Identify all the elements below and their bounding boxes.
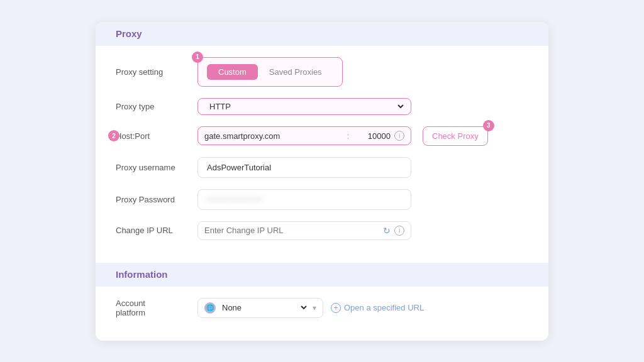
account-platform-select[interactable]: None bbox=[219, 302, 309, 313]
account-platform-control: 🌐 None ▾ + Open a specified URL bbox=[197, 298, 528, 318]
info-icon[interactable]: i bbox=[394, 131, 404, 141]
change-ip-label: Change IP URL bbox=[116, 226, 197, 235]
proxy-password-blurred: •••••••••••••••• bbox=[207, 195, 263, 204]
change-ip-row: Change IP URL ↻ i bbox=[116, 221, 528, 240]
change-ip-input[interactable] bbox=[204, 226, 379, 235]
badge-2: 2 bbox=[108, 130, 119, 141]
proxy-password-wrapper: •••••••••••••••• bbox=[197, 189, 411, 210]
proxy-section-header: Proxy bbox=[96, 22, 548, 46]
information-section-body: Accountplatform 🌐 None ▾ + Open a specif… bbox=[96, 287, 548, 341]
proxy-type-label: Proxy type bbox=[116, 102, 197, 111]
account-platform-row: Accountplatform 🌐 None ▾ + Open a specif… bbox=[116, 298, 528, 318]
host-input[interactable] bbox=[204, 131, 343, 141]
proxy-setting-control: 1 Custom Saved Proxies bbox=[197, 57, 528, 87]
change-ip-wrap: ↻ i bbox=[197, 221, 411, 240]
chevron-down-icon: ▾ bbox=[313, 304, 316, 312]
information-section-title: Information bbox=[116, 269, 168, 280]
proxy-section-body: Proxy setting 1 Custom Saved Proxies Pro… bbox=[96, 46, 548, 263]
host-port-label: Host:Port bbox=[116, 131, 197, 141]
badge-1: 1 bbox=[192, 52, 203, 63]
open-url-text: Open a specified URL bbox=[344, 303, 424, 312]
proxy-setting-label: Proxy setting bbox=[116, 67, 197, 77]
host-port-row: Host:Port 2 : i Check Proxy 3 bbox=[116, 126, 528, 146]
proxy-type-row: Proxy type HTTP HTTPS SOCKS4 SOCKS5 bbox=[116, 98, 528, 115]
proxy-username-input[interactable] bbox=[197, 157, 411, 178]
change-ip-control: ↻ i bbox=[197, 221, 528, 240]
proxy-username-control bbox=[197, 157, 528, 178]
proxy-setting-box: 1 Custom Saved Proxies bbox=[197, 57, 343, 87]
proxy-password-row: Proxy Password •••••••••••••••• bbox=[116, 189, 528, 210]
tab-custom[interactable]: Custom bbox=[207, 64, 258, 80]
proxy-username-row: Proxy username bbox=[116, 157, 528, 178]
proxy-password-control: •••••••••••••••• bbox=[197, 189, 528, 210]
proxy-password-label: Proxy Password bbox=[116, 195, 197, 204]
account-platform-label: Accountplatform bbox=[116, 299, 197, 317]
check-proxy-wrapper: Check Proxy 3 bbox=[416, 126, 488, 146]
plus-circle-icon: + bbox=[331, 303, 341, 313]
refresh-icon[interactable]: ↻ bbox=[383, 226, 391, 236]
proxy-type-select[interactable]: HTTP HTTPS SOCKS4 SOCKS5 bbox=[207, 101, 406, 112]
change-ip-info-icon[interactable]: i bbox=[394, 226, 404, 236]
host-port-wrap: : i bbox=[197, 126, 411, 145]
proxy-section-title: Proxy bbox=[116, 28, 142, 39]
badge-3: 3 bbox=[483, 120, 494, 131]
colon: : bbox=[347, 131, 349, 141]
proxy-username-label: Proxy username bbox=[116, 163, 197, 172]
open-url-link[interactable]: + Open a specified URL bbox=[331, 303, 424, 313]
check-proxy-button[interactable]: Check Proxy bbox=[423, 126, 488, 146]
proxy-type-control: HTTP HTTPS SOCKS4 SOCKS5 bbox=[197, 98, 528, 115]
port-input[interactable] bbox=[353, 131, 391, 141]
proxy-type-wrapper[interactable]: HTTP HTTPS SOCKS4 SOCKS5 bbox=[197, 98, 411, 115]
information-section-header: Information bbox=[96, 263, 548, 287]
main-card: Proxy Proxy setting 1 Custom Saved Proxi… bbox=[96, 22, 548, 341]
tab-saved-proxies[interactable]: Saved Proxies bbox=[258, 64, 333, 80]
proxy-setting-row: Proxy setting 1 Custom Saved Proxies bbox=[116, 57, 528, 87]
globe-icon: 🌐 bbox=[204, 302, 216, 314]
account-platform-select-wrap[interactable]: 🌐 None ▾ bbox=[197, 298, 323, 318]
